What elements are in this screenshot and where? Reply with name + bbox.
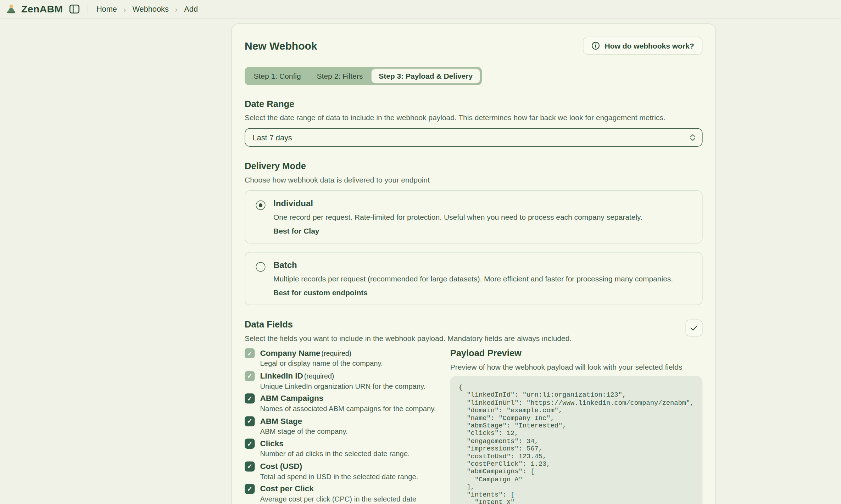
check-icon [690,324,698,332]
field-row: ✓ Company Name(required) [245,348,436,359]
field-description: Unique LinkedIn organization URN for the… [260,382,436,391]
date-range-description: Select the date range of data to include… [245,113,703,122]
field-checkbox[interactable]: ✓ [245,416,255,426]
option-note: Best for custom endpoints [273,288,673,297]
data-fields-section: Data Fields Select the fields you want t… [245,320,703,504]
field-checkbox[interactable]: ✓ [245,371,255,381]
payload-preview-code: { "linkedInId": "urn:li:organization:123… [450,376,703,504]
field-item: ✓ ABM Stage ABM stage of the company. [245,416,436,436]
check-icon: ✓ [247,441,252,447]
field-row: ✓ Cost (USD) [245,461,436,471]
field-item: ✓ Clicks Number of ad clicks in the sele… [245,439,436,459]
how-webhooks-work-button[interactable]: How do webhooks work? [583,37,703,55]
delivery-mode-option[interactable]: Individual One record per request. Rate-… [245,190,703,243]
field-label[interactable]: Clicks [260,439,285,449]
breadcrumb-home[interactable]: Home [96,5,117,13]
new-webhook-card: New Webhook How do webhooks work? Step 1… [232,23,716,504]
field-row: ✓ Cost per Click [245,484,436,494]
radio-button[interactable] [256,262,266,272]
chevron-right-icon: › [175,5,178,14]
date-range-heading: Date Range [245,99,703,110]
data-fields-description: Select the fields you want to include in… [245,334,572,342]
check-icon: ✓ [247,463,252,470]
option-note: Best for Clay [273,226,642,235]
field-item: ✓ ABM Campaigns Names of associated ABM … [245,393,436,413]
topbar-divider [88,4,89,14]
delivery-mode-section: Delivery Mode Choose how webhook data is… [245,161,703,306]
topbar: ZenABM Home › Webhooks › Add [0,0,841,19]
breadcrumb-webhooks[interactable]: Webhooks [132,5,168,13]
step-tab[interactable]: Step 1: Config [246,69,308,84]
breadcrumb-add[interactable]: Add [184,5,198,13]
check-icon: ✓ [247,418,252,424]
help-button-label: How do webhooks work? [605,41,694,50]
payload-preview-panel: Payload Preview Preview of how the webho… [450,348,703,504]
field-label[interactable]: ABM Campaigns [260,393,325,404]
field-item: ✓ Cost per Click Average cost per click … [245,484,436,504]
toggle-all-fields-button[interactable] [686,320,703,337]
field-description: Average cost per click (CPC) in the sele… [260,495,436,504]
brand-name: ZenABM [21,3,63,15]
option-text: Individual One record per request. Rate-… [273,199,642,235]
field-row: ✓ ABM Campaigns [245,393,436,404]
check-icon: ✓ [247,350,252,357]
brand-home-link[interactable]: ZenABM [5,3,63,15]
step-tab[interactable]: Step 2: Filters [310,69,371,84]
field-checkbox[interactable]: ✓ [245,484,255,494]
field-list: ✓ Company Name(required) Legal or displa… [245,348,436,504]
data-fields-header: Data Fields Select the fields you want t… [245,320,703,343]
field-description: Names of associated ABM campaigns for th… [260,405,436,414]
date-range-select-wrap: Last 7 days [245,128,703,147]
card-header: New Webhook How do webhooks work? [245,37,703,55]
check-icon: ✓ [247,486,252,492]
field-label[interactable]: Company Name(required) [260,348,352,359]
date-range-select[interactable]: Last 7 days [245,128,703,147]
delivery-mode-heading: Delivery Mode [245,161,703,172]
field-row: ✓ Clicks [245,439,436,449]
field-label[interactable]: ABM Stage [260,416,303,426]
sidebar-toggle-button[interactable] [69,4,80,14]
check-icon: ✓ [247,395,252,402]
delivery-mode-option[interactable]: Batch Multiple records per request (reco… [245,252,703,305]
field-description: Legal or display name of the company. [260,359,436,368]
field-row: ✓ LinkedIn ID(required) [245,371,436,381]
field-label[interactable]: Cost per Click [260,484,315,494]
data-fields-header-text: Data Fields Select the fields you want t… [245,320,572,343]
option-description: Multiple records per request (recommende… [273,274,673,284]
field-item: ✓ Cost (USD) Total ad spend in USD in th… [245,461,436,481]
field-checkbox[interactable]: ✓ [245,439,255,449]
field-description: ABM stage of the company. [260,427,436,436]
delivery-mode-description: Choose how webhook data is delivered to … [245,175,703,184]
info-icon [591,41,600,50]
chevron-right-icon: › [123,5,126,14]
required-tag: (required) [322,349,352,358]
field-description: Number of ad clicks in the selected date… [260,450,436,459]
payload-preview-description: Preview of how the webhook payload will … [450,363,703,371]
option-text: Batch Multiple records per request (reco… [273,261,673,297]
field-checkbox[interactable]: ✓ [245,393,255,404]
field-item: ✓ LinkedIn ID(required) Unique LinkedIn … [245,371,436,391]
app-root: ZenABM Home › Webhooks › Add New Webhook [0,0,841,504]
payload-preview-heading: Payload Preview [450,348,703,359]
field-item: ✓ Company Name(required) Legal or displa… [245,348,436,368]
field-row: ✓ ABM Stage [245,416,436,426]
delivery-mode-options: Individual One record per request. Rate-… [245,190,703,305]
field-description: Total ad spend in USD in the selected da… [260,472,436,481]
field-checkbox[interactable]: ✓ [245,348,255,359]
zen-logo-icon [5,3,17,15]
option-title: Individual [273,199,642,208]
field-label[interactable]: LinkedIn ID(required) [260,371,334,381]
required-tag: (required) [304,372,334,380]
check-icon: ✓ [247,373,252,379]
option-description: One record per request. Rate-limited for… [273,212,642,223]
step-tab[interactable]: Step 3: Payload & Delivery [371,69,480,84]
field-checkbox[interactable]: ✓ [245,461,255,471]
page-title: New Webhook [245,40,317,52]
field-label[interactable]: Cost (USD) [260,461,303,471]
fields-grid: ✓ Company Name(required) Legal or displa… [245,348,703,504]
breadcrumb: Home › Webhooks › Add [96,5,198,14]
data-fields-heading: Data Fields [245,320,572,330]
date-range-section: Date Range Select the date range of data… [245,99,703,147]
option-title: Batch [273,261,673,270]
radio-button[interactable] [256,201,266,210]
